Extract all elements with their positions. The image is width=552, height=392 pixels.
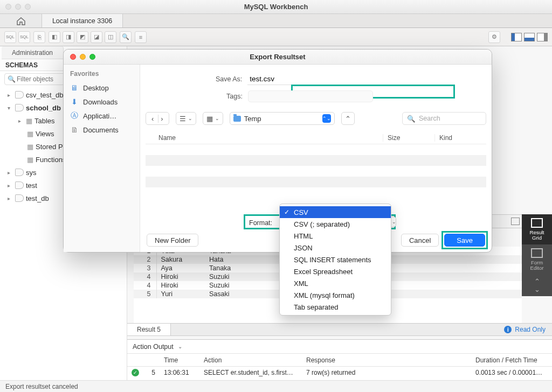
search-icon: 🔍 (8, 75, 16, 83)
app-title: MySQL Workbench (0, 3, 552, 11)
view-options[interactable]: ▦ ⌄ (203, 112, 223, 125)
status-bar: Export resultset canceled (0, 380, 552, 392)
administration-tab[interactable]: Administration (2, 46, 64, 59)
main-toolbar: SQL SQL ⎘ ◧ ◨ ◩ ◪ ◫ 🔍 ≡ ⚙ (0, 28, 552, 46)
folder-icon (233, 116, 241, 122)
form-editor-tab[interactable]: Form Editor (522, 244, 552, 275)
action-output-label: Action Output (133, 343, 174, 351)
view-mode-list[interactable]: ☰ ⌄ (176, 112, 196, 125)
result-grid-tab[interactable]: Result Grid (522, 214, 552, 244)
form-icon (531, 248, 543, 258)
format-option-xml[interactable]: XML (280, 277, 391, 289)
chevron-right-icon: › (158, 115, 165, 123)
format-label: Format: (246, 219, 275, 227)
toolbar-icon[interactable]: ◨ (63, 31, 74, 43)
success-icon: ✓ (132, 369, 139, 376)
toolbar-icon[interactable]: ◧ (49, 31, 60, 43)
file-list[interactable] (146, 144, 486, 198)
downloads-icon: ⬇ (70, 97, 79, 106)
result-tab[interactable]: Result 5 (127, 324, 171, 335)
col-kind[interactable]: Kind (434, 134, 486, 142)
favorite-documents[interactable]: 🗎Documents (70, 123, 137, 137)
nav-back-forward[interactable]: ‹› (146, 112, 169, 125)
main-titlebar: MySQL Workbench (0, 0, 552, 14)
applications-icon: Ⓐ (70, 111, 79, 120)
info-icon: i (504, 326, 512, 333)
new-folder-button[interactable]: New Folder (147, 234, 198, 247)
sidebar-scroll[interactable]: ⌃⌄ (522, 275, 552, 296)
chevron-up-down-icon: ⌃⌄ (322, 114, 331, 123)
col-name[interactable]: Name (146, 134, 383, 142)
format-dropdown[interactable]: CSV CSV (; separated) HTML JSON SQL INSE… (279, 204, 391, 316)
save-as-label: Save As: (216, 75, 242, 83)
dropdown-icon[interactable]: ⌄ (178, 344, 182, 349)
format-option-html[interactable]: HTML (280, 230, 391, 242)
favorite-applications[interactable]: ⒶApplicati… (70, 109, 137, 123)
tags-label: Tags: (226, 93, 243, 100)
toolbar-icon[interactable]: ≡ (135, 31, 147, 43)
search-icon: 🔍 (407, 115, 416, 123)
documents-icon: 🗎 (70, 125, 79, 134)
result-sidebar: Result Grid Form Editor ⌃⌄ (522, 214, 552, 296)
search-placeholder: Search (419, 115, 440, 122)
cancel-button[interactable]: Cancel (401, 234, 439, 247)
folder-selector[interactable]: Temp ⌃⌄ (230, 112, 335, 125)
dialog-title: Export Resultset (64, 53, 492, 61)
export-resultset-dialog: Export Resultset Favorites 🖥Desktop ⬇Dow… (63, 49, 492, 253)
tags-input[interactable] (248, 90, 373, 102)
favorites-sidebar: Favorites 🖥Desktop ⬇Downloads ⒶApplicati… (64, 65, 140, 252)
format-option-sql[interactable]: SQL INSERT statements (280, 254, 391, 265)
toolbar-icon[interactable]: SQL (18, 31, 30, 43)
read-only-indicator: i Read Only (504, 326, 546, 333)
desktop-icon: 🖥 (70, 83, 79, 92)
settings-icon[interactable]: ⚙ (488, 31, 500, 43)
col-action: Action (199, 356, 302, 364)
favorite-desktop[interactable]: 🖥Desktop (70, 81, 137, 95)
folder-name: Temp (244, 115, 261, 123)
toolbar-icon[interactable]: ◫ (105, 31, 116, 43)
toolbar-icon[interactable]: 🔍 (120, 31, 132, 43)
action-output-row[interactable]: ✓ 5 13:06:31 SELECT er.student_id, s.fir… (127, 367, 552, 379)
toolbar-icon[interactable]: ◪ (91, 31, 102, 43)
format-option-excel[interactable]: Excel Spreadsheet (280, 265, 391, 277)
col-time: Time (160, 356, 199, 364)
toolbar-icon[interactable]: ⎘ (33, 31, 45, 43)
format-option-csv[interactable]: CSV (280, 206, 391, 218)
toolbar-icon[interactable]: ◩ (77, 31, 88, 43)
save-button[interactable]: Save (444, 234, 485, 247)
status-text: Export resultset canceled (5, 383, 78, 390)
panel-icon[interactable] (511, 218, 520, 225)
save-as-input[interactable] (247, 73, 372, 85)
favorite-downloads[interactable]: ⬇Downloads (70, 95, 137, 109)
action-output-panel: Action Output ⌄ Time Action Response Dur… (127, 339, 552, 380)
format-option-csv-semi[interactable]: CSV (; separated) (280, 218, 391, 230)
home-tab[interactable] (0, 14, 42, 27)
collapse-button[interactable]: ⌃ (341, 112, 355, 125)
search-field[interactable]: 🔍 Search (402, 112, 486, 125)
col-response: Response (302, 356, 471, 364)
favorites-header: Favorites (70, 70, 137, 78)
panel-toggle-bottom-icon[interactable] (524, 33, 535, 41)
format-option-json[interactable]: JSON (280, 242, 391, 254)
col-size[interactable]: Size (383, 134, 434, 142)
col-duration: Duration / Fetch Time (471, 356, 552, 364)
format-option-tab[interactable]: Tab separated (280, 301, 391, 313)
connection-tabs: Local instance 3306 (0, 14, 552, 28)
toolbar-icon[interactable]: SQL (4, 31, 16, 43)
grid-icon (531, 218, 543, 228)
chevron-left-icon: ‹ (149, 115, 156, 123)
file-list-header: Name Size Kind (146, 131, 486, 144)
panel-toggle-left-icon[interactable] (511, 33, 522, 41)
format-option-xml-mysql[interactable]: XML (mysql format) (280, 289, 391, 301)
connection-tab[interactable]: Local instance 3306 (42, 14, 123, 27)
panel-toggle-right-icon[interactable] (537, 33, 548, 41)
